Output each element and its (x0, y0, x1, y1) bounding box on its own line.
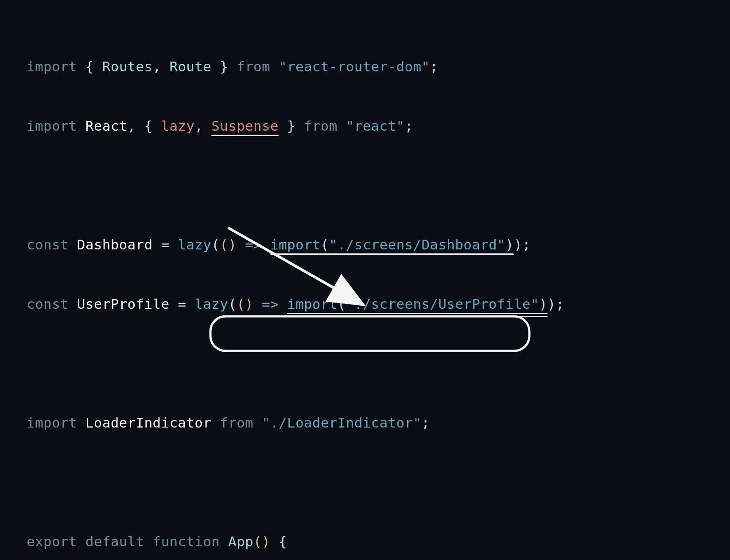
ident-routes: Routes (102, 58, 153, 74)
underlined-import-dash: import("./screens/Dashboard") (270, 237, 514, 253)
code-line: import { Routes, Route } from "react-rou… (27, 52, 730, 82)
keyword-import: import (27, 58, 77, 74)
string-react: "react" (346, 118, 405, 134)
ident-lazy: lazy (161, 118, 194, 134)
ident-react: React (85, 118, 128, 134)
code-line: const Dashboard = lazy(() => import("./s… (27, 230, 730, 260)
ident-route: Route (169, 58, 211, 74)
string-rrd: "react-router-dom" (279, 58, 430, 74)
keyword-from: from (237, 58, 270, 74)
code-line: export default function App() { (27, 527, 730, 556)
code-line: import React, { lazy, Suspense } from "r… (27, 111, 730, 141)
ident-userprofile: UserProfile (77, 296, 170, 312)
code-line: const UserProfile = lazy(() => import(".… (27, 289, 730, 319)
ident-dashboard: Dashboard (77, 237, 153, 253)
string-loader: "./LoaderIndicator" (262, 415, 421, 431)
ident-loader: LoaderIndicator (85, 415, 211, 431)
code-line: import LoaderIndicator from "./LoaderInd… (27, 408, 730, 438)
ident-suspense-underlined: Suspense (211, 118, 279, 134)
code-editor: import { Routes, Route } from "react-rou… (0, 0, 730, 560)
underlined-import-user-double: import("./screens/UserProfile") (287, 296, 548, 312)
ident-app: App (228, 533, 253, 549)
